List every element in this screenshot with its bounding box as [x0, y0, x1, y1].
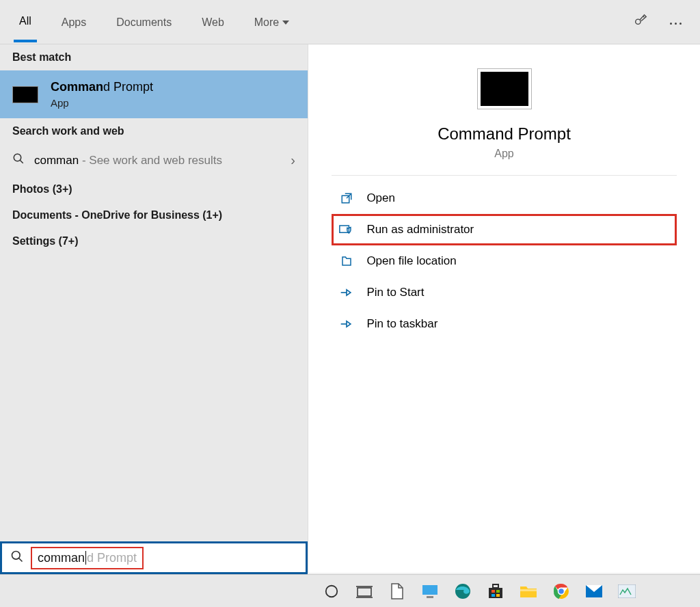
action-open-location[interactable]: Open file location: [332, 245, 676, 277]
text-caret: [85, 551, 86, 565]
preview-title: Command Prompt: [438, 124, 571, 144]
best-match-title: Command Prompt: [51, 80, 153, 94]
pin-taskbar-icon: [339, 318, 354, 330]
tab-all[interactable]: All: [14, 1, 37, 42]
best-match-header: Best match: [0, 44, 308, 70]
search-filter-tabs: All Apps Documents Web More: [0, 0, 700, 44]
taskbar-desktop-icon[interactable]: [420, 581, 440, 602]
command-prompt-icon: [12, 86, 38, 103]
svg-rect-17: [496, 590, 500, 593]
chevron-down-icon: [282, 21, 289, 25]
search-input[interactable]: command Prompt: [31, 547, 144, 569]
action-pin-taskbar-label: Pin to taskbar: [366, 317, 438, 331]
best-match-subtitle: App: [51, 97, 153, 109]
svg-rect-8: [358, 588, 371, 596]
svg-line-2: [20, 160, 23, 163]
taskbar-taskview-icon[interactable]: [354, 581, 375, 602]
divider: [332, 175, 676, 176]
svg-rect-15: [493, 584, 498, 588]
taskbar: [0, 574, 700, 607]
results-pane: Best match Command Prompt App Search wor…: [0, 44, 308, 573]
svg-rect-11: [422, 585, 438, 595]
best-match-result[interactable]: Command Prompt App: [0, 70, 308, 118]
action-pin-taskbar[interactable]: Pin to taskbar: [332, 308, 676, 340]
taskbar-app-icon[interactable]: [617, 581, 637, 602]
action-open[interactable]: Open: [332, 183, 676, 214]
tab-apps[interactable]: Apps: [56, 3, 92, 41]
taskbar-cortana-icon[interactable]: [321, 581, 342, 602]
svg-rect-19: [496, 594, 500, 597]
tab-documents[interactable]: Documents: [111, 3, 177, 41]
svg-rect-20: [520, 589, 537, 591]
svg-point-0: [636, 19, 641, 24]
search-icon: [10, 550, 24, 566]
tab-more[interactable]: More: [249, 3, 295, 41]
action-run-admin[interactable]: Run as administrator: [332, 214, 676, 245]
svg-rect-25: [618, 584, 636, 598]
preview-app-icon: [477, 68, 532, 109]
preview-subtitle: App: [494, 148, 513, 160]
taskbar-mail-icon[interactable]: [584, 581, 604, 602]
action-run-admin-label: Run as administrator: [366, 223, 474, 237]
search-typed-text: comman: [38, 551, 85, 565]
taskbar-edge-icon[interactable]: [453, 581, 473, 602]
svg-point-5: [12, 552, 21, 560]
preview-pane: Command Prompt App Open Run as administr…: [308, 44, 700, 573]
search-icon: [12, 152, 25, 168]
category-photos[interactable]: Photos (3+): [0, 176, 308, 202]
action-pin-start-label: Pin to Start: [366, 286, 424, 299]
search-box[interactable]: command Prompt: [0, 541, 308, 574]
work-web-header: Search work and web: [0, 118, 308, 144]
open-icon: [339, 192, 354, 204]
action-pin-start[interactable]: Pin to Start: [332, 277, 676, 308]
svg-rect-12: [427, 596, 433, 598]
admin-shield-icon: [339, 224, 354, 236]
chevron-right-icon: ›: [291, 152, 295, 168]
action-open-label: Open: [366, 191, 395, 205]
feedback-icon[interactable]: [633, 12, 648, 30]
taskbar-libreoffice-icon[interactable]: [387, 581, 407, 602]
pin-icon: [339, 286, 354, 299]
svg-rect-14: [489, 588, 502, 598]
work-web-result[interactable]: comman - See work and web results ›: [0, 144, 308, 176]
category-documents[interactable]: Documents - OneDrive for Business (1+): [0, 202, 308, 228]
tab-web[interactable]: Web: [196, 3, 230, 41]
svg-line-6: [19, 558, 23, 562]
svg-rect-18: [492, 594, 495, 597]
action-open-location-label: Open file location: [366, 254, 456, 268]
taskbar-explorer-icon[interactable]: [518, 581, 539, 602]
folder-icon: [339, 255, 354, 267]
search-autocomplete-ghost: d Prompt: [87, 551, 137, 565]
svg-rect-16: [492, 590, 495, 593]
work-web-query: comman: [34, 154, 79, 167]
work-web-hint: - See work and web results: [79, 154, 222, 167]
category-settings[interactable]: Settings (7+): [0, 228, 308, 254]
taskbar-store-icon[interactable]: [485, 581, 506, 602]
svg-point-1: [14, 154, 21, 161]
taskbar-chrome-icon[interactable]: [551, 581, 571, 602]
svg-point-7: [326, 585, 338, 597]
options-icon[interactable]: [669, 15, 683, 27]
